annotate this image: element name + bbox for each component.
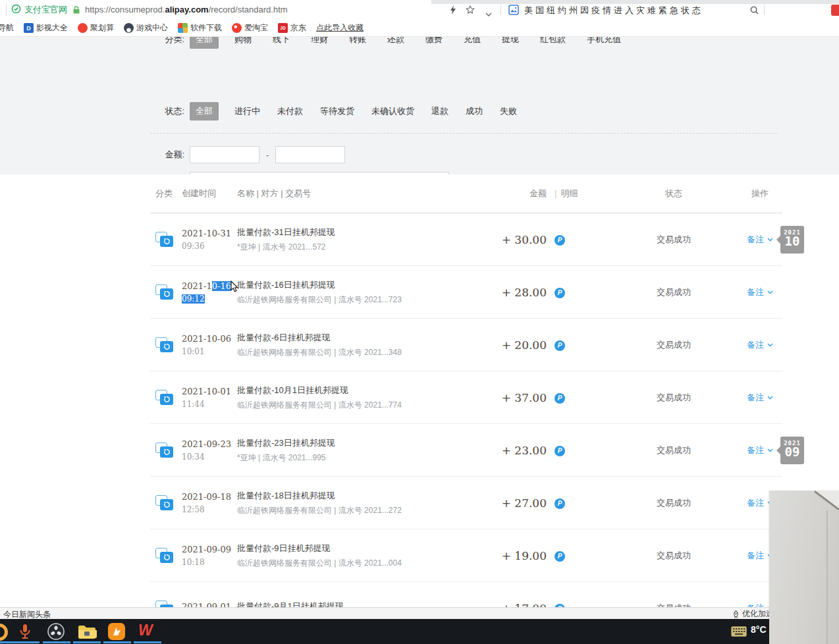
detail-icon[interactable]: P: [555, 551, 565, 562]
keyboard-tray-icon[interactable]: [731, 626, 747, 639]
table-header: 分类 创建时间 名称 | 对方 | 交易号 金额 |明细 状态 操作: [150, 174, 782, 213]
detail-icon[interactable]: P: [555, 288, 565, 298]
remark-link[interactable]: 备注: [747, 444, 773, 456]
category-option[interactable]: 手机充值: [587, 36, 621, 45]
chevron-down-icon[interactable]: [485, 8, 492, 20]
detail-icon[interactable]: P: [555, 340, 565, 351]
category-option[interactable]: 线下: [273, 36, 290, 45]
amount-text: + 30.00: [502, 233, 547, 246]
screen-recorder-icon[interactable]: [107, 622, 126, 643]
status-option[interactable]: 未确认收货: [371, 105, 414, 117]
news-ticker-link[interactable]: 美国纽约州因疫情进入灾难紧急状态: [524, 5, 703, 16]
chevron-down-icon: [767, 238, 773, 242]
site-verified-badge[interactable]: 支付宝官网: [11, 4, 67, 16]
bookmark-item[interactable]: JD 京东: [278, 22, 306, 34]
category-option[interactable]: 全部: [190, 36, 219, 49]
extension-icon[interactable]: [831, 5, 839, 16]
status-option[interactable]: 成功: [466, 105, 483, 117]
transaction-time: 11:44: [182, 400, 237, 409]
bookmarks-bar: 导航 D 影视大全 聚划算 游戏中心: [0, 20, 839, 37]
status-text: 交易成功: [657, 287, 691, 297]
bookmark-icon: [78, 23, 88, 33]
remark-link[interactable]: 备注: [747, 339, 773, 351]
url-text[interactable]: https://consumeprod.alipay.com/record/st…: [85, 5, 288, 14]
remark-link[interactable]: 备注: [747, 392, 773, 404]
optimize-boost-button[interactable]: 优化加速: [732, 608, 774, 620]
weather-temperature[interactable]: 8°C: [751, 624, 767, 635]
status-option[interactable]: 未付款: [277, 105, 303, 117]
status-option[interactable]: 全部: [190, 102, 219, 121]
transaction-time: 09:12: [182, 294, 237, 304]
bookmark-item[interactable]: D 影视大全: [24, 22, 68, 34]
obs-icon[interactable]: [47, 622, 65, 643]
category-option[interactable]: 红包款: [540, 36, 566, 45]
folder-icon[interactable]: [77, 624, 97, 643]
bookmark-item[interactable]: 游戏中心: [124, 22, 168, 34]
badge-month: 10: [780, 236, 804, 247]
status-option[interactable]: 进行中: [234, 105, 260, 117]
category-option[interactable]: 提现: [502, 36, 519, 45]
bookmark-item[interactable]: 爱淘宝: [232, 22, 268, 34]
windows-taskbar: W 8°C: [0, 619, 839, 644]
bookmark-item[interactable]: 聚划算: [78, 22, 114, 34]
status-text: 交易成功: [657, 498, 691, 508]
chevron-down-icon: [767, 448, 773, 452]
transaction-party: *亚坤 | 流水号 2021...572: [237, 242, 474, 253]
detail-icon[interactable]: P: [555, 498, 565, 509]
bookmark-list: D 影视大全 聚划算 游戏中心 软件下载: [14, 22, 364, 34]
amount-text: + 28.00: [502, 286, 547, 299]
transaction-party: 临沂超铁网络服务有限公司 | 流水号 2021...004: [237, 558, 474, 569]
batch-payment-icon: [155, 337, 173, 352]
bookmark-label: 京东: [290, 22, 306, 34]
bookmark-label: 爱淘宝: [244, 22, 268, 34]
status-option[interactable]: 失败: [500, 105, 517, 117]
search-icon[interactable]: [749, 5, 759, 18]
header-created-time: 创建时间: [182, 188, 237, 200]
rocket-icon: [732, 610, 740, 619]
category-option[interactable]: 购物: [234, 36, 252, 45]
header-amount: 金额: [474, 188, 547, 200]
amount-max-input[interactable]: [275, 146, 345, 163]
bookmark-icon: JD: [278, 23, 288, 33]
transaction-date: 2021-10-31: [182, 228, 237, 238]
microphone-icon[interactable]: [17, 623, 33, 643]
detail-icon[interactable]: P: [555, 235, 565, 246]
divider: [6, 3, 7, 16]
category-options: 全部购物线下理财转账还款缴费充值提现红包款手机充值: [190, 36, 642, 49]
transactions-table: 分类 创建时间 名称 | 对方 | 交易号 金额 |明细 状态 操作: [150, 174, 782, 635]
remark-link[interactable]: 备注: [747, 286, 773, 298]
status-text: 交易成功: [657, 550, 691, 560]
transaction-time: 10:18: [182, 558, 237, 567]
category-option[interactable]: 缴费: [425, 36, 443, 45]
bookmark-item[interactable]: 点此导入收藏: [316, 22, 364, 34]
tab-strip-remnant: [431, 0, 839, 4]
detail-icon[interactable]: P: [555, 446, 565, 456]
header-status: 状态: [583, 188, 738, 200]
wps-icon[interactable]: W: [138, 622, 153, 639]
status-option[interactable]: 退款: [431, 105, 448, 117]
category-option[interactable]: 理财: [311, 36, 328, 45]
bookmark-icon: [178, 23, 188, 33]
transaction-row: 2021-09-09 10:18 批量付款-9日挂机邦提现 临沂超铁网络服务有限…: [150, 529, 782, 582]
category-option[interactable]: 充值: [464, 36, 481, 45]
remark-link[interactable]: 备注: [747, 234, 773, 246]
category-option[interactable]: 转账: [349, 36, 366, 45]
category-option[interactable]: 还款: [387, 36, 404, 45]
transaction-date: 2021-10-16: [182, 281, 237, 291]
screen: 支付宝官网 https://consumeprod.alipay.com/rec…: [0, 0, 839, 644]
bookmark-item[interactable]: 软件下载: [178, 22, 222, 34]
bookmark-nav[interactable]: 导航: [0, 22, 14, 34]
status-label: 状态:: [150, 105, 184, 117]
flash-icon[interactable]: [450, 5, 456, 17]
amount-text: + 19.00: [502, 549, 547, 562]
amount-text: + 27.00: [502, 496, 547, 510]
detail-icon[interactable]: P: [555, 393, 565, 404]
bookmark-star-icon[interactable]: [465, 5, 475, 18]
chevron-down-icon: [767, 396, 773, 400]
divider: [501, 5, 501, 15]
amount-min-input[interactable]: [190, 146, 259, 163]
transaction-row: 2021-09-18 12:58 批量付款-18日挂机邦提现 临沂超铁网络服务有…: [150, 477, 782, 529]
status-filter-row: 状态: 全部进行中未付款等待发货未确认收货退款成功失败: [150, 102, 534, 121]
chevron-down-icon: [767, 343, 773, 347]
status-option[interactable]: 等待发货: [320, 105, 354, 117]
